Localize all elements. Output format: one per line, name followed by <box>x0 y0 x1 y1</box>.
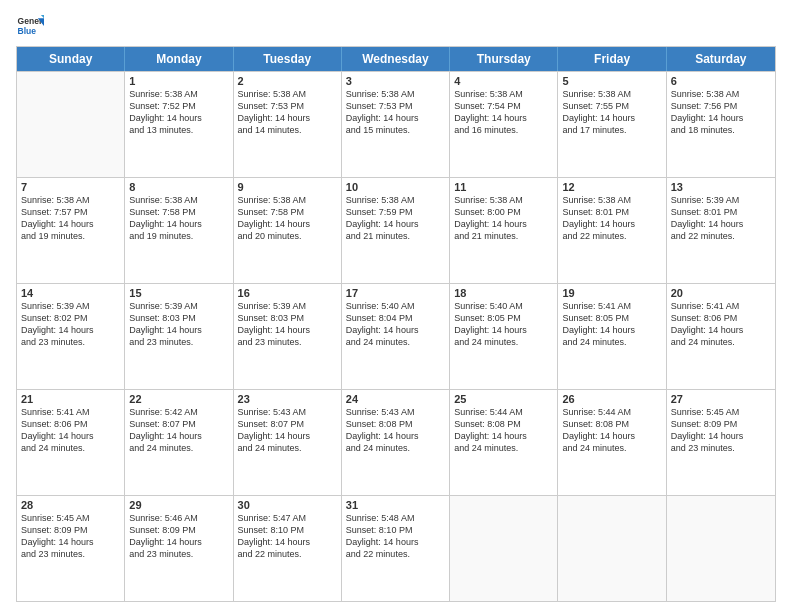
day-number: 19 <box>562 287 661 299</box>
cal-cell-1-2: 9Sunrise: 5:38 AM Sunset: 7:58 PM Daylig… <box>234 178 342 283</box>
cell-info: Sunrise: 5:39 AM Sunset: 8:01 PM Dayligh… <box>671 194 771 243</box>
header: General Blue <box>16 12 776 40</box>
cell-info: Sunrise: 5:38 AM Sunset: 8:01 PM Dayligh… <box>562 194 661 243</box>
day-number: 12 <box>562 181 661 193</box>
page: General Blue SundayMondayTuesdayWednesda… <box>0 0 792 612</box>
cal-row-2: 14Sunrise: 5:39 AM Sunset: 8:02 PM Dayli… <box>17 283 775 389</box>
day-number: 7 <box>21 181 120 193</box>
day-number: 23 <box>238 393 337 405</box>
cell-info: Sunrise: 5:44 AM Sunset: 8:08 PM Dayligh… <box>454 406 553 455</box>
day-number: 31 <box>346 499 445 511</box>
cal-row-3: 21Sunrise: 5:41 AM Sunset: 8:06 PM Dayli… <box>17 389 775 495</box>
cell-info: Sunrise: 5:40 AM Sunset: 8:04 PM Dayligh… <box>346 300 445 349</box>
day-number: 8 <box>129 181 228 193</box>
cal-cell-3-3: 24Sunrise: 5:43 AM Sunset: 8:08 PM Dayli… <box>342 390 450 495</box>
cal-row-0: 1Sunrise: 5:38 AM Sunset: 7:52 PM Daylig… <box>17 71 775 177</box>
calendar: SundayMondayTuesdayWednesdayThursdayFrid… <box>16 46 776 602</box>
header-cell-sunday: Sunday <box>17 47 125 71</box>
cell-info: Sunrise: 5:47 AM Sunset: 8:10 PM Dayligh… <box>238 512 337 561</box>
day-number: 20 <box>671 287 771 299</box>
day-number: 11 <box>454 181 553 193</box>
cal-cell-3-2: 23Sunrise: 5:43 AM Sunset: 8:07 PM Dayli… <box>234 390 342 495</box>
cal-cell-1-1: 8Sunrise: 5:38 AM Sunset: 7:58 PM Daylig… <box>125 178 233 283</box>
cal-cell-0-1: 1Sunrise: 5:38 AM Sunset: 7:52 PM Daylig… <box>125 72 233 177</box>
cal-cell-2-3: 17Sunrise: 5:40 AM Sunset: 8:04 PM Dayli… <box>342 284 450 389</box>
cell-info: Sunrise: 5:41 AM Sunset: 8:05 PM Dayligh… <box>562 300 661 349</box>
cal-cell-1-6: 13Sunrise: 5:39 AM Sunset: 8:01 PM Dayli… <box>667 178 775 283</box>
day-number: 25 <box>454 393 553 405</box>
cell-info: Sunrise: 5:38 AM Sunset: 7:54 PM Dayligh… <box>454 88 553 137</box>
cal-cell-0-5: 5Sunrise: 5:38 AM Sunset: 7:55 PM Daylig… <box>558 72 666 177</box>
cell-info: Sunrise: 5:39 AM Sunset: 8:02 PM Dayligh… <box>21 300 120 349</box>
header-cell-thursday: Thursday <box>450 47 558 71</box>
cal-cell-4-5 <box>558 496 666 601</box>
cal-cell-0-6: 6Sunrise: 5:38 AM Sunset: 7:56 PM Daylig… <box>667 72 775 177</box>
day-number: 26 <box>562 393 661 405</box>
day-number: 13 <box>671 181 771 193</box>
cal-cell-4-0: 28Sunrise: 5:45 AM Sunset: 8:09 PM Dayli… <box>17 496 125 601</box>
cal-cell-3-1: 22Sunrise: 5:42 AM Sunset: 8:07 PM Dayli… <box>125 390 233 495</box>
day-number: 1 <box>129 75 228 87</box>
cal-cell-0-2: 2Sunrise: 5:38 AM Sunset: 7:53 PM Daylig… <box>234 72 342 177</box>
cal-row-1: 7Sunrise: 5:38 AM Sunset: 7:57 PM Daylig… <box>17 177 775 283</box>
cal-cell-2-6: 20Sunrise: 5:41 AM Sunset: 8:06 PM Dayli… <box>667 284 775 389</box>
day-number: 21 <box>21 393 120 405</box>
cal-cell-0-4: 4Sunrise: 5:38 AM Sunset: 7:54 PM Daylig… <box>450 72 558 177</box>
cell-info: Sunrise: 5:40 AM Sunset: 8:05 PM Dayligh… <box>454 300 553 349</box>
day-number: 15 <box>129 287 228 299</box>
day-number: 27 <box>671 393 771 405</box>
logo: General Blue <box>16 12 44 40</box>
cal-cell-1-5: 12Sunrise: 5:38 AM Sunset: 8:01 PM Dayli… <box>558 178 666 283</box>
cal-cell-3-4: 25Sunrise: 5:44 AM Sunset: 8:08 PM Dayli… <box>450 390 558 495</box>
cell-info: Sunrise: 5:38 AM Sunset: 7:55 PM Dayligh… <box>562 88 661 137</box>
cell-info: Sunrise: 5:38 AM Sunset: 7:59 PM Dayligh… <box>346 194 445 243</box>
cell-info: Sunrise: 5:46 AM Sunset: 8:09 PM Dayligh… <box>129 512 228 561</box>
cell-info: Sunrise: 5:38 AM Sunset: 7:53 PM Dayligh… <box>238 88 337 137</box>
cell-info: Sunrise: 5:38 AM Sunset: 7:53 PM Dayligh… <box>346 88 445 137</box>
cell-info: Sunrise: 5:43 AM Sunset: 8:07 PM Dayligh… <box>238 406 337 455</box>
day-number: 14 <box>21 287 120 299</box>
cal-cell-1-4: 11Sunrise: 5:38 AM Sunset: 8:00 PM Dayli… <box>450 178 558 283</box>
calendar-body: 1Sunrise: 5:38 AM Sunset: 7:52 PM Daylig… <box>17 71 775 601</box>
day-number: 10 <box>346 181 445 193</box>
day-number: 5 <box>562 75 661 87</box>
cell-info: Sunrise: 5:48 AM Sunset: 8:10 PM Dayligh… <box>346 512 445 561</box>
cell-info: Sunrise: 5:38 AM Sunset: 8:00 PM Dayligh… <box>454 194 553 243</box>
day-number: 28 <box>21 499 120 511</box>
cell-info: Sunrise: 5:38 AM Sunset: 7:57 PM Dayligh… <box>21 194 120 243</box>
day-number: 9 <box>238 181 337 193</box>
day-number: 17 <box>346 287 445 299</box>
cal-cell-2-4: 18Sunrise: 5:40 AM Sunset: 8:05 PM Dayli… <box>450 284 558 389</box>
day-number: 4 <box>454 75 553 87</box>
day-number: 16 <box>238 287 337 299</box>
header-cell-wednesday: Wednesday <box>342 47 450 71</box>
cell-info: Sunrise: 5:39 AM Sunset: 8:03 PM Dayligh… <box>129 300 228 349</box>
day-number: 2 <box>238 75 337 87</box>
cell-info: Sunrise: 5:39 AM Sunset: 8:03 PM Dayligh… <box>238 300 337 349</box>
svg-text:Blue: Blue <box>18 26 37 36</box>
day-number: 29 <box>129 499 228 511</box>
cell-info: Sunrise: 5:38 AM Sunset: 7:52 PM Dayligh… <box>129 88 228 137</box>
day-number: 24 <box>346 393 445 405</box>
cell-info: Sunrise: 5:45 AM Sunset: 8:09 PM Dayligh… <box>671 406 771 455</box>
cal-cell-1-3: 10Sunrise: 5:38 AM Sunset: 7:59 PM Dayli… <box>342 178 450 283</box>
cal-cell-3-6: 27Sunrise: 5:45 AM Sunset: 8:09 PM Dayli… <box>667 390 775 495</box>
logo-icon: General Blue <box>16 12 44 40</box>
cell-info: Sunrise: 5:41 AM Sunset: 8:06 PM Dayligh… <box>671 300 771 349</box>
calendar-header-row: SundayMondayTuesdayWednesdayThursdayFrid… <box>17 47 775 71</box>
cell-info: Sunrise: 5:42 AM Sunset: 8:07 PM Dayligh… <box>129 406 228 455</box>
cal-cell-2-2: 16Sunrise: 5:39 AM Sunset: 8:03 PM Dayli… <box>234 284 342 389</box>
header-cell-monday: Monday <box>125 47 233 71</box>
day-number: 6 <box>671 75 771 87</box>
header-cell-friday: Friday <box>558 47 666 71</box>
cal-cell-4-2: 30Sunrise: 5:47 AM Sunset: 8:10 PM Dayli… <box>234 496 342 601</box>
cell-info: Sunrise: 5:44 AM Sunset: 8:08 PM Dayligh… <box>562 406 661 455</box>
cell-info: Sunrise: 5:38 AM Sunset: 7:58 PM Dayligh… <box>129 194 228 243</box>
cal-cell-4-4 <box>450 496 558 601</box>
cal-cell-2-0: 14Sunrise: 5:39 AM Sunset: 8:02 PM Dayli… <box>17 284 125 389</box>
cell-info: Sunrise: 5:38 AM Sunset: 7:58 PM Dayligh… <box>238 194 337 243</box>
cell-info: Sunrise: 5:43 AM Sunset: 8:08 PM Dayligh… <box>346 406 445 455</box>
cal-cell-4-1: 29Sunrise: 5:46 AM Sunset: 8:09 PM Dayli… <box>125 496 233 601</box>
cal-row-4: 28Sunrise: 5:45 AM Sunset: 8:09 PM Dayli… <box>17 495 775 601</box>
day-number: 3 <box>346 75 445 87</box>
